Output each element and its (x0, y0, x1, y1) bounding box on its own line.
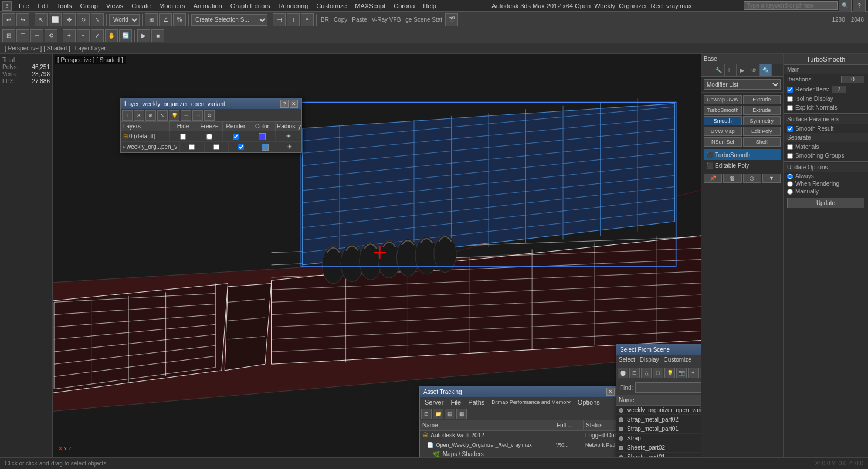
render-iters-input[interactable] (832, 86, 846, 93)
explicit-check[interactable] (787, 105, 793, 111)
scene-tb-geo-btn[interactable]: △ (641, 368, 652, 378)
pan-btn[interactable]: ✋ (105, 29, 118, 42)
arc-rotate-btn[interactable]: 🔄 (119, 29, 132, 42)
scene-row-4[interactable]: Sheets_part02 Geometry (616, 443, 701, 453)
scene-tb-shape-btn[interactable]: ⬡ (653, 368, 663, 378)
align-btn[interactable]: ⊤ (287, 13, 300, 26)
layer-weekly-freeze[interactable] (213, 144, 219, 150)
scene-menu-display[interactable]: Display (640, 356, 659, 363)
persp-view-btn[interactable]: ⟲ (45, 29, 57, 42)
front-view-btn[interactable]: ⊞ (2, 29, 15, 42)
scene-object-list[interactable]: weekly_organizer_open_variant Group Stra… (616, 406, 701, 457)
btn-turbosmooth[interactable]: TurboSmooth (704, 106, 742, 115)
btn-shell[interactable]: Shell (743, 137, 781, 147)
modifier-list-dropdown[interactable]: Modifier List (704, 79, 781, 90)
layer-merge-btn[interactable]: ⊣ (192, 110, 203, 121)
layer-row-weekly[interactable]: ▸ weekly_org...pen_v ☀ (121, 142, 301, 152)
viewport[interactable]: [ Perspective ] [ Shaded ] X Y Z Layer: … (53, 54, 701, 457)
menu-graph-editors[interactable]: Graph Editors (227, 0, 274, 12)
zoom-out-btn[interactable]: − (77, 29, 90, 42)
rotate-btn[interactable]: ↻ (77, 13, 90, 26)
search-input[interactable] (744, 1, 838, 10)
menu-help[interactable]: Help (419, 0, 440, 12)
asset-menu-file[interactable]: File (448, 397, 463, 407)
asset-menu-paths[interactable]: Paths (466, 397, 487, 407)
menu-group[interactable]: Group (76, 0, 101, 12)
smoothing-groups-check[interactable] (787, 153, 793, 159)
btn-uvw-map[interactable]: UVW Map (704, 127, 742, 136)
search-icon[interactable]: 🔍 (839, 0, 852, 12)
menu-create[interactable]: Create (128, 0, 154, 12)
stack-collapse-btn[interactable]: ▼ (762, 174, 781, 183)
iterations-input[interactable] (841, 76, 864, 83)
asset-tb-btn1[interactable]: ⊞ (421, 409, 432, 419)
btn-extrude-2[interactable]: Extrude (743, 106, 781, 115)
left-view-btn[interactable]: ⊣ (30, 29, 43, 42)
scene-tb-filter-btn[interactable]: ⊡ (629, 368, 640, 378)
play-btn[interactable]: ▶ (137, 29, 150, 42)
stack-delete-btn[interactable]: 🗑 (723, 174, 741, 183)
stack-make-unique-btn[interactable]: ◎ (743, 174, 761, 183)
menu-animation[interactable]: Animation (190, 0, 226, 12)
layer-0-color[interactable] (259, 133, 266, 140)
help-icon[interactable]: ? (853, 0, 866, 12)
scene-tb-space-btn[interactable]: ⊗ (700, 368, 701, 378)
layer-weekly-render[interactable] (238, 144, 244, 150)
snap-btn[interactable]: ⊞ (145, 13, 158, 26)
when-rendering-radio[interactable] (787, 181, 793, 187)
tab-modify[interactable]: 🔧 (713, 64, 725, 76)
menu-customize[interactable]: Customize (313, 0, 350, 12)
layer-0-freeze[interactable] (206, 134, 212, 140)
layer-btn[interactable]: ≡ (301, 13, 314, 26)
angle-snap-btn[interactable]: ∠ (159, 13, 172, 26)
create-selection-dropdown[interactable]: Create Selection S... (191, 14, 267, 26)
menu-corona[interactable]: Corona (390, 0, 418, 12)
btn-edit-poly[interactable]: Edit Poly (743, 127, 781, 136)
scene-tb-sphere-btn[interactable]: ⬤ (618, 368, 628, 378)
btn-nsurf[interactable]: NSurf Sel (704, 137, 742, 147)
undo-btn[interactable]: ↩ (2, 13, 15, 26)
always-radio[interactable] (787, 174, 793, 179)
redo-btn[interactable]: ↪ (16, 13, 29, 26)
layer-help-btn[interactable]: ? (280, 100, 289, 108)
menu-edit[interactable]: Edit (34, 0, 52, 12)
asset-tb-btn4[interactable]: ▦ (456, 409, 467, 419)
top-view-btn[interactable]: ⊤ (16, 29, 29, 42)
asset-row-2[interactable]: 🌿 Maps / Shaders (420, 450, 618, 457)
stack-turbosmooth[interactable]: ⬛ TurboSmooth (704, 149, 781, 160)
tab-create[interactable]: + (701, 64, 713, 76)
tab-hierarchy[interactable]: ⊢ (725, 64, 737, 76)
stop-btn[interactable]: ■ (151, 29, 164, 42)
zoom-in-btn[interactable]: + (63, 29, 76, 42)
btn-symmetry[interactable]: Symmetry (743, 116, 781, 125)
menu-rendering[interactable]: Rendering (275, 0, 312, 12)
layer-add-obj-btn[interactable]: ⊕ (145, 110, 156, 121)
scene-row-5[interactable]: Sheets_part01 Geometry (616, 453, 701, 457)
isoline-check[interactable] (787, 96, 793, 102)
menu-maxscript[interactable]: MAXScript (351, 0, 389, 12)
scene-row-1[interactable]: Strap_metal_part02 Geometry (616, 415, 701, 424)
asset-row-0[interactable]: 🏛 Autodesk Vault 2012 Logged Out (... (420, 431, 618, 440)
asset-menu-options[interactable]: Options (575, 397, 602, 407)
mirror-btn[interactable]: ⊣ (273, 13, 286, 26)
layer-add-btn[interactable]: + (122, 110, 133, 121)
layer-0-render[interactable] (233, 134, 239, 140)
stack-pin-btn[interactable]: 📌 (704, 174, 722, 183)
menu-modifiers[interactable]: Modifiers (155, 0, 189, 12)
tab-utilities[interactable]: 🔩 (760, 64, 772, 76)
layer-settings-btn[interactable]: ⚙ (204, 110, 215, 121)
layer-delete-btn[interactable]: ✕ (134, 110, 144, 121)
scale-btn[interactable]: ⤡ (91, 13, 104, 26)
scene-row-2[interactable]: Strap_metal_part01 Geometry (616, 424, 701, 434)
asset-tb-btn2[interactable]: 📁 (433, 409, 443, 419)
render-iters-check[interactable] (787, 87, 793, 93)
btn-extrude-1[interactable]: Extrude (743, 95, 781, 104)
asset-close-btn[interactable]: ✕ (606, 388, 615, 396)
render-setup-btn[interactable]: 🎬 (445, 13, 458, 26)
materials-check[interactable] (787, 144, 793, 150)
asset-menu-server[interactable]: Server (422, 397, 446, 407)
btn-unwrap-uvw[interactable]: Unwrap UVW (704, 95, 742, 104)
menu-file[interactable]: File (15, 0, 33, 12)
asset-tb-btn3[interactable]: ▤ (445, 409, 455, 419)
scene-find-input[interactable] (635, 382, 701, 393)
